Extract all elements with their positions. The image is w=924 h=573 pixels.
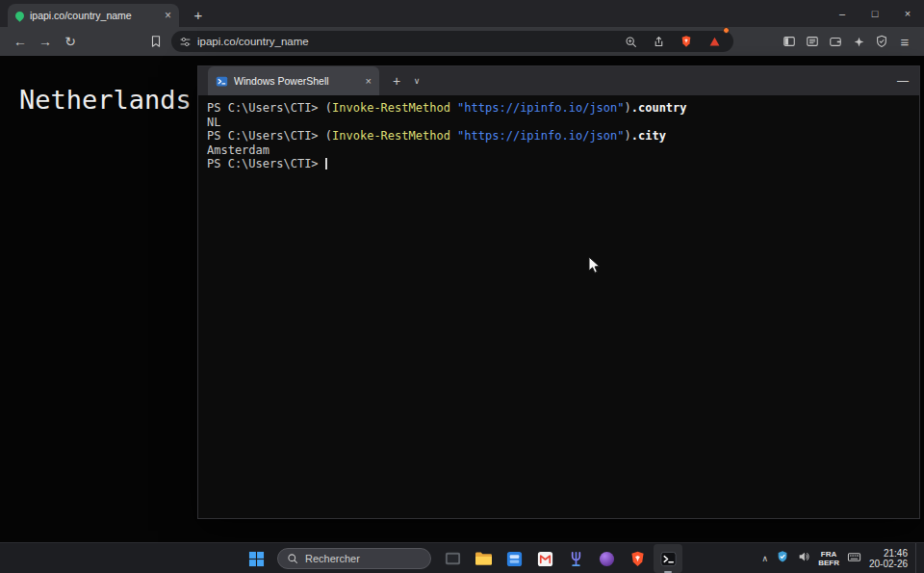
psi-app-icon bbox=[567, 550, 585, 568]
system-tray: ∧ FRA BEFR 21:46 20-02-26 bbox=[762, 543, 919, 573]
terminal-line: NL bbox=[207, 116, 911, 130]
taskbar-purple-app-button[interactable] bbox=[592, 544, 621, 573]
brave-shield-icon bbox=[680, 35, 693, 48]
menu-icon: ≡ bbox=[901, 34, 910, 50]
browser-toolbar: ← → ↻ ipapi.co/country_name bbox=[0, 27, 924, 56]
menu-button[interactable]: ≡ bbox=[893, 30, 916, 53]
leo-ai-button[interactable] bbox=[847, 30, 870, 53]
terminal-tab-title: Windows PowerShell bbox=[234, 75, 360, 87]
brave-shields-button[interactable] bbox=[675, 30, 698, 53]
terminal-window[interactable]: Windows PowerShell × + ∨ — PS C:\Users\C… bbox=[197, 65, 920, 519]
leo-ai-icon bbox=[853, 36, 865, 48]
site-favicon-icon bbox=[13, 10, 26, 22]
wallet-button[interactable] bbox=[824, 30, 847, 53]
vpn-shield-button[interactable] bbox=[870, 30, 893, 53]
share-icon bbox=[653, 36, 665, 48]
brave-browser-button[interactable] bbox=[623, 544, 652, 573]
share-button[interactable] bbox=[647, 30, 670, 53]
clock-time: 21:46 bbox=[869, 548, 908, 560]
terminal-tab-close-icon[interactable]: × bbox=[366, 75, 372, 87]
language-indicator[interactable]: FRA BEFR bbox=[818, 550, 839, 567]
terminal-titlebar[interactable]: Windows PowerShell × + ∨ — bbox=[198, 66, 919, 95]
search-label: Rechercher bbox=[305, 553, 360, 564]
window-minimize-button[interactable]: – bbox=[826, 0, 859, 27]
touch-keyboard-button[interactable] bbox=[847, 550, 861, 568]
url-bar[interactable]: ipapi.co/country_name bbox=[171, 31, 733, 52]
notification-badge bbox=[723, 27, 730, 34]
search-icon bbox=[287, 553, 298, 564]
clock-date: 20-02-26 bbox=[869, 559, 908, 570]
brave-rewards-icon bbox=[708, 36, 721, 48]
back-button[interactable]: ← bbox=[8, 30, 33, 53]
reload-button[interactable]: ↻ bbox=[58, 30, 83, 53]
forward-button[interactable]: → bbox=[33, 30, 58, 53]
terminal-output[interactable]: PS C:\Users\CTI> (Invoke-RestMethod "htt… bbox=[198, 95, 919, 177]
browser-tabstrip: ipapi.co/country_name × + – □ × bbox=[0, 0, 924, 27]
start-button[interactable] bbox=[242, 544, 270, 573]
purple-circle-app-icon bbox=[598, 550, 616, 568]
bookmark-icon bbox=[149, 35, 163, 48]
window-maximize-button[interactable]: □ bbox=[859, 0, 891, 27]
screen: ipapi.co/country_name × + – □ × ← → ↻ ip… bbox=[0, 0, 924, 573]
reading-list-button[interactable] bbox=[801, 30, 824, 53]
file-explorer-button[interactable] bbox=[469, 544, 498, 573]
blue-app-icon bbox=[505, 550, 524, 568]
terminal-cursor bbox=[325, 158, 327, 169]
reading-list-icon bbox=[806, 35, 819, 48]
brave-icon bbox=[629, 550, 647, 568]
tray-overflow-chevron-icon[interactable]: ∧ bbox=[762, 554, 769, 563]
powershell-icon bbox=[216, 75, 228, 88]
taskbar-search-box[interactable]: Rechercher bbox=[277, 548, 431, 569]
zoom-button[interactable] bbox=[619, 30, 642, 53]
gmail-button[interactable] bbox=[530, 544, 559, 573]
terminal-new-tab-button[interactable]: + bbox=[385, 66, 408, 95]
window-app-icon bbox=[444, 550, 462, 568]
page-body-text: Netherlands bbox=[19, 85, 192, 115]
windows-terminal-button[interactable] bbox=[654, 544, 682, 573]
file-explorer-icon bbox=[474, 549, 493, 568]
windows-start-icon bbox=[248, 551, 265, 567]
bookmark-button[interactable] bbox=[144, 30, 167, 53]
tab-title: ipapi.co/country_name bbox=[30, 10, 159, 21]
taskbar: Rechercher bbox=[0, 542, 924, 573]
touch-keyboard-icon bbox=[847, 550, 861, 564]
shield-check-icon bbox=[875, 35, 888, 48]
window-close-button[interactable]: × bbox=[891, 0, 924, 27]
shield-icon bbox=[776, 550, 789, 563]
language-line1: FRA bbox=[818, 550, 839, 559]
terminal-icon bbox=[659, 550, 678, 568]
speaker-icon bbox=[797, 550, 810, 563]
terminal-tab-dropdown-button[interactable]: ∨ bbox=[408, 66, 425, 95]
taskbar-app-window-button[interactable] bbox=[438, 544, 467, 573]
window-controls: – □ × bbox=[826, 0, 924, 27]
terminal-line: PS C:\Users\CTI> bbox=[207, 157, 911, 171]
sidebar-icon bbox=[783, 35, 796, 48]
wallet-icon bbox=[829, 35, 842, 48]
taskbar-psi-app-button[interactable] bbox=[561, 544, 590, 573]
tab-close-icon[interactable]: × bbox=[165, 10, 171, 21]
taskbar-blue-app-button[interactable] bbox=[500, 544, 528, 573]
brave-rewards-button[interactable] bbox=[703, 30, 726, 53]
terminal-tab[interactable]: Windows PowerShell × bbox=[208, 66, 379, 95]
new-tab-button[interactable]: + bbox=[189, 5, 208, 24]
show-desktop-button[interactable] bbox=[915, 543, 919, 573]
toolbar-right-icons: ≡ bbox=[778, 30, 916, 53]
gmail-icon bbox=[536, 550, 554, 568]
tray-volume-button[interactable] bbox=[797, 550, 810, 567]
language-line2: BEFR bbox=[818, 559, 839, 567]
url-action-icons bbox=[619, 30, 726, 53]
terminal-line: Amsterdam bbox=[207, 143, 911, 158]
terminal-line: PS C:\Users\CTI> (Invoke-RestMethod "htt… bbox=[207, 101, 911, 116]
url-text[interactable]: ipapi.co/country_name bbox=[197, 36, 613, 47]
taskbar-clock[interactable]: 21:46 20-02-26 bbox=[869, 548, 908, 570]
tray-shield-button[interactable] bbox=[776, 550, 789, 567]
terminal-minimize-button[interactable]: — bbox=[886, 66, 919, 95]
site-settings-icon[interactable] bbox=[179, 36, 192, 48]
browser-tab[interactable]: ipapi.co/country_name × bbox=[8, 4, 179, 27]
terminal-line: PS C:\Users\CTI> (Invoke-RestMethod "htt… bbox=[207, 129, 911, 143]
zoom-icon bbox=[625, 36, 637, 48]
sidebar-toggle-button[interactable] bbox=[778, 30, 801, 53]
taskbar-center: Rechercher bbox=[242, 543, 682, 573]
